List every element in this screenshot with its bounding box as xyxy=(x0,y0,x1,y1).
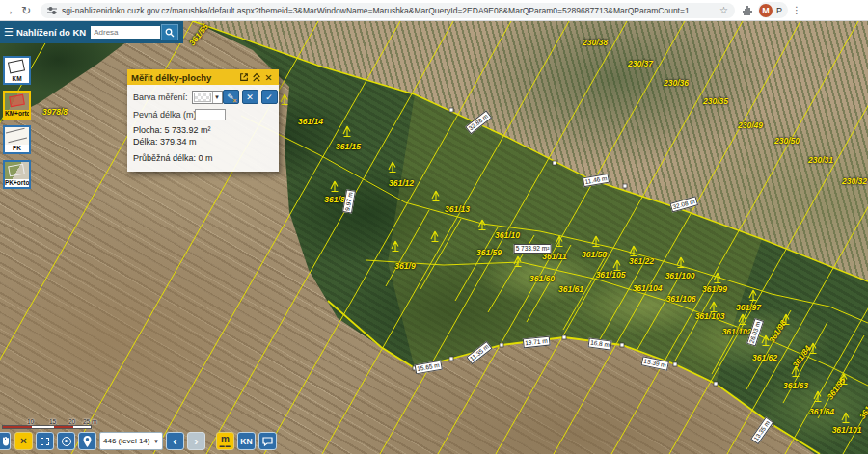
measure-dialog: Měřit délky-plochy ✕ Barva měření: ▼ ✎× … xyxy=(127,69,279,172)
search-button[interactable] xyxy=(161,24,178,40)
tree-symbol-icon xyxy=(738,312,748,330)
scale-bar-segments xyxy=(2,425,92,429)
color-swatch xyxy=(194,93,211,102)
tree-symbol-icon xyxy=(813,389,824,407)
measure-color-select[interactable]: ▼ xyxy=(192,91,223,104)
tree-symbol-icon xyxy=(713,271,723,288)
zoom-level-select[interactable]: 446 (level 14) ▼ xyxy=(99,432,163,450)
cancel-tool-button[interactable]: ✕ xyxy=(14,432,33,450)
default-view-button[interactable] xyxy=(57,432,75,450)
clear-measure-button[interactable]: ✕ xyxy=(242,90,258,104)
tree-symbol-icon xyxy=(391,239,401,256)
area-value: 5 733.92 m² xyxy=(165,125,211,135)
measure-tool-button[interactable]: m▬▬ xyxy=(216,432,234,450)
tree-symbol-icon xyxy=(761,334,772,351)
measure-label: 16.8 m xyxy=(587,337,611,350)
parcel-label: 230/36 xyxy=(664,78,689,88)
parcel-label: 361/106 xyxy=(666,294,696,304)
tree-symbol-icon xyxy=(781,312,792,330)
tree-symbol-icon xyxy=(330,179,340,197)
layer-button-km-orto[interactable]: KM+orto xyxy=(3,91,31,120)
profile-chip[interactable]: M P xyxy=(758,2,788,18)
locate-button[interactable] xyxy=(78,432,96,450)
profile-name: P xyxy=(776,6,782,15)
feedback-bubble-button[interactable] xyxy=(258,432,277,450)
dashed-rectangle-icon xyxy=(41,438,49,445)
measure-dialog-titlebar[interactable]: Měřit délky-plochy ✕ xyxy=(127,69,279,85)
address-bar[interactable]: sgi-nahlizenidokn.cuzk.gov.cz/marushka/d… xyxy=(41,3,735,18)
tree-symbol-icon xyxy=(388,160,398,177)
parcel-label: 361/9 xyxy=(394,261,415,271)
running-length-value: 0 m xyxy=(199,153,213,163)
app-header: ☰ Nahlížení do KN xyxy=(0,21,183,43)
tree-symbol-icon xyxy=(591,234,602,252)
tree-symbol-icon xyxy=(280,93,290,110)
forward-nav-icon[interactable]: → xyxy=(0,4,17,17)
parcel-label: 230/31 xyxy=(808,155,833,165)
address-search-input[interactable] xyxy=(91,26,160,39)
measure-label: 32.88 m xyxy=(465,111,492,135)
popout-icon[interactable] xyxy=(237,71,250,84)
measure-label: 13.35 m xyxy=(750,417,773,444)
history-forward-button[interactable]: › xyxy=(187,432,205,450)
dialog-title: Měřit délky-plochy xyxy=(131,72,237,83)
parcel-label: 361/14 xyxy=(298,117,323,126)
pk-orto-layer-icon xyxy=(5,162,29,179)
confirm-measure-button[interactable]: ✓ xyxy=(261,90,278,104)
measure-label: 5 733.92 m² xyxy=(514,244,552,254)
kn-info-button[interactable]: KN xyxy=(237,432,256,450)
draw-measure-button[interactable]: ✎× xyxy=(223,90,239,104)
length-result: Délka: 379.34 m xyxy=(133,137,273,147)
tree-symbol-icon xyxy=(841,411,852,428)
tree-symbol-icon xyxy=(808,341,819,359)
collapse-icon[interactable] xyxy=(250,71,262,84)
tree-symbol-icon xyxy=(431,189,442,206)
area-result: Plocha: 5 733.92 m² xyxy=(133,125,273,135)
parcel-label: 3978/8 xyxy=(42,107,68,117)
parcel-label: 361/13 xyxy=(445,204,470,214)
parcel-label: 361 xyxy=(857,404,868,420)
parcel-label: 361/61 xyxy=(558,284,583,294)
tree-symbol-icon xyxy=(612,258,623,276)
history-back-button[interactable]: ‹ xyxy=(166,432,184,450)
tree-symbol-icon xyxy=(748,288,759,306)
extensions-icon[interactable] xyxy=(742,5,752,15)
parcel-label: 230/35 xyxy=(703,96,728,106)
parcel-label: 361/64 xyxy=(809,407,834,416)
parcel-label: 361/62 xyxy=(752,353,777,362)
bottom-toolbar: ✕ 446 (level 14) ▼ ‹ › m▬▬ KN xyxy=(0,431,277,451)
fixed-length-input[interactable] xyxy=(195,109,226,120)
layer-button-km[interactable]: KM xyxy=(3,56,31,85)
parcel-label: 361/15 xyxy=(336,142,361,151)
parcel-label: 361/12 xyxy=(389,178,414,188)
pk-layer-icon xyxy=(5,127,29,145)
layer-button-pk-orto[interactable]: PK+orto xyxy=(3,160,31,189)
measure-label: 11.35 m xyxy=(466,341,492,365)
color-label: Barva měření: xyxy=(133,93,188,102)
browser-menu-icon[interactable]: ⋮ xyxy=(792,5,801,15)
parcel-label: 230/50 xyxy=(774,136,800,146)
tree-symbol-icon xyxy=(791,364,801,382)
measure-label: 15.39 m xyxy=(641,356,669,370)
ruler-icon: m▬▬ xyxy=(220,435,231,447)
tree-symbol-icon xyxy=(342,124,353,142)
tree-symbol-icon xyxy=(513,254,524,272)
url-text[interactable]: sgi-nahlizenidokn.cuzk.gov.cz/marushka/d… xyxy=(62,6,714,15)
parcel-label: 361/104 xyxy=(633,283,663,293)
reload-icon[interactable]: ↻ xyxy=(17,4,35,17)
measure-label: 9.97 m xyxy=(342,189,356,213)
bookmark-star-icon[interactable]: ☆ xyxy=(719,5,728,15)
measure-label: 11.46 m xyxy=(583,174,610,188)
tree-symbol-icon xyxy=(477,218,488,235)
parcel-label: 361/10 xyxy=(495,230,520,240)
close-icon[interactable]: ✕ xyxy=(262,71,275,84)
tree-symbol-icon xyxy=(629,244,639,261)
menu-icon[interactable]: ☰ xyxy=(4,26,14,39)
site-settings-icon[interactable] xyxy=(47,6,57,15)
layer-button-pk[interactable]: PK xyxy=(3,125,31,154)
parcel-label: 230/32 xyxy=(842,176,867,186)
zoom-rectangle-button[interactable] xyxy=(36,432,54,450)
length-value: 379.34 m xyxy=(160,137,197,147)
pan-button[interactable] xyxy=(0,432,11,450)
measure-label: 32.08 m xyxy=(669,196,697,212)
